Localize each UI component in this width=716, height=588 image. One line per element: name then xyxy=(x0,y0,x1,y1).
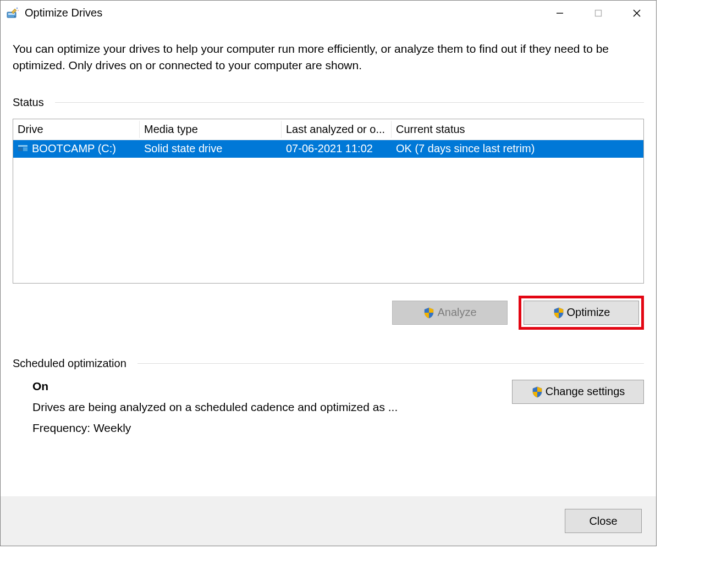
table-header: Drive Media type Last analyzed or o... C… xyxy=(13,119,643,140)
optimize-drives-app-icon xyxy=(6,7,19,20)
scheduled-label: Scheduled optimization xyxy=(13,357,137,370)
svg-point-4 xyxy=(18,10,19,11)
drive-icon xyxy=(18,143,29,154)
col-header-status[interactable]: Current status xyxy=(392,121,643,138)
status-label: Status xyxy=(13,96,55,109)
svg-rect-11 xyxy=(18,145,27,147)
window-controls xyxy=(541,1,656,25)
optimize-button-label: Optimize xyxy=(567,306,610,319)
scheduled-desc: Drives are being analyzed on a scheduled… xyxy=(32,401,499,414)
col-header-drive[interactable]: Drive xyxy=(13,121,140,138)
close-window-button[interactable] xyxy=(618,1,656,25)
optimize-highlight: Optimize xyxy=(519,296,644,330)
cell-media: Solid state drive xyxy=(140,141,282,156)
footer: Close xyxy=(1,496,656,546)
titlebar: Optimize Drives xyxy=(1,1,656,25)
svg-rect-10 xyxy=(23,147,27,151)
shield-icon xyxy=(553,307,565,319)
drives-table[interactable]: Drive Media type Last analyzed or o... C… xyxy=(13,119,644,284)
analyze-button: Analyze xyxy=(392,301,508,325)
svg-point-3 xyxy=(16,7,18,9)
close-button[interactable]: Close xyxy=(565,509,642,533)
col-header-last[interactable]: Last analyzed or o... xyxy=(282,121,392,138)
svg-rect-9 xyxy=(18,147,23,151)
window-content: You can optimize your drives to help you… xyxy=(1,25,656,496)
change-settings-button[interactable]: Change settings xyxy=(512,380,644,404)
shield-icon xyxy=(423,307,435,319)
status-section-header: Status xyxy=(13,96,644,109)
scheduled-text: On Drives are being analyzed on a schedu… xyxy=(13,380,499,442)
optimize-button[interactable]: Optimize xyxy=(524,301,639,325)
shield-icon xyxy=(531,386,543,398)
scheduled-freq: Frequency: Weekly xyxy=(32,421,499,435)
optimize-drives-window: Optimize Drives You can optimize your dr… xyxy=(0,0,657,546)
scheduled-on: On xyxy=(32,380,499,393)
window-title: Optimize Drives xyxy=(25,7,102,19)
scheduled-section-header: Scheduled optimization xyxy=(13,357,644,370)
change-settings-label: Change settings xyxy=(546,385,625,398)
col-header-media[interactable]: Media type xyxy=(140,121,282,138)
maximize-button[interactable] xyxy=(579,1,618,25)
cell-drive: BOOTCAMP (C:) xyxy=(32,142,116,155)
divider xyxy=(137,363,644,364)
close-button-label: Close xyxy=(589,515,617,528)
minimize-button[interactable] xyxy=(541,1,579,25)
svg-rect-6 xyxy=(596,10,602,16)
svg-point-2 xyxy=(14,15,15,16)
cell-last: 07-06-2021 11:02 xyxy=(282,141,392,156)
intro-text: You can optimize your drives to help you… xyxy=(13,41,644,74)
svg-rect-1 xyxy=(8,13,15,15)
cell-status: OK (7 days since last retrim) xyxy=(392,141,627,156)
scheduled-block: On Drives are being analyzed on a schedu… xyxy=(13,380,644,442)
analyze-button-label: Analyze xyxy=(437,306,476,319)
table-row[interactable]: BOOTCAMP (C:) Solid state drive 07-06-20… xyxy=(13,140,643,158)
actions-row: Analyze Optimize xyxy=(13,296,644,330)
divider xyxy=(55,102,644,103)
